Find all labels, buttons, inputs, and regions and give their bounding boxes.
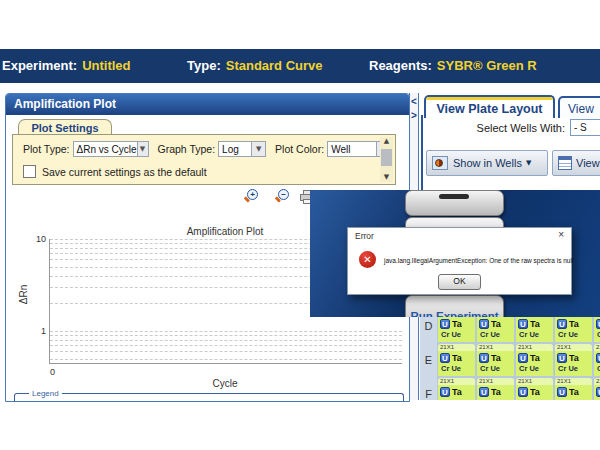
scroll-down-icon[interactable]: ▼ bbox=[380, 173, 393, 182]
collapse-left-icon[interactable]: < bbox=[410, 96, 418, 107]
well-target-line2: Cr Ue bbox=[594, 398, 600, 400]
well-target-line2: Cr Ue bbox=[477, 398, 514, 400]
chart-gridline bbox=[50, 345, 402, 346]
well-target-name: Ta bbox=[491, 319, 501, 329]
chart-gridline bbox=[50, 359, 402, 360]
well-sample-name: 21X1 bbox=[555, 344, 592, 351]
well-sample-name: 21X1 bbox=[438, 344, 475, 351]
chevron-down-icon[interactable]: ▼ bbox=[251, 142, 265, 156]
well-sample-name: 21X1 bbox=[477, 378, 514, 385]
plate-row-labels: DEF bbox=[420, 305, 437, 400]
well-sample-name: 21X1 bbox=[438, 378, 475, 385]
plate-layout-grid[interactable]: 21X1UTaCr Ue21X1UTaCr Ue21X1UTaCr Ue21X1… bbox=[437, 305, 600, 400]
collapse-right-icon[interactable]: > bbox=[410, 110, 418, 121]
task-unknown-icon: U bbox=[557, 319, 567, 329]
well-target-line2: Cr Ue bbox=[438, 364, 475, 373]
plate-well[interactable]: 21X1UTaCr Ue bbox=[438, 378, 475, 400]
run-experiment-button[interactable]: Run Experiment bbox=[405, 295, 504, 317]
plot-type-label: Plot Type: bbox=[23, 143, 70, 155]
table-icon bbox=[558, 156, 572, 170]
chart-gridline bbox=[50, 335, 402, 336]
plate-row-label: F bbox=[420, 388, 437, 400]
plate-well[interactable]: 21X1UTaCr Ue bbox=[555, 378, 592, 400]
ok-button[interactable]: OK bbox=[438, 274, 481, 290]
error-icon: ✕ bbox=[359, 251, 376, 268]
active-tab-accent bbox=[426, 97, 553, 100]
plate-row-label: E bbox=[420, 354, 437, 366]
legend-groupbox: Legend bbox=[14, 393, 404, 402]
task-unknown-icon: U bbox=[479, 319, 489, 329]
plate-well[interactable]: 21X1UTaCr Ue bbox=[438, 344, 475, 376]
show-in-wells-button[interactable]: Show in Wells ▼ bbox=[426, 150, 548, 176]
task-unknown-icon: U bbox=[479, 387, 489, 397]
save-default-label: Save current settings as the default bbox=[42, 166, 207, 178]
graph-type-label: Graph Type: bbox=[158, 143, 216, 155]
well-target-name: Ta bbox=[452, 319, 462, 329]
well-target-line2: Cr Ue bbox=[438, 398, 475, 400]
well-sample-name: 21X1 bbox=[555, 378, 592, 385]
error-dialog: Error × ✕ java.lang.IllegalArgumentExcep… bbox=[347, 227, 572, 295]
well-target-line2: Cr Ue bbox=[477, 330, 514, 339]
task-unknown-icon: U bbox=[596, 387, 600, 397]
legend-label: Legend bbox=[29, 389, 62, 398]
scroll-thumb[interactable] bbox=[381, 149, 392, 166]
well-target-line2: Cr Ue bbox=[555, 364, 592, 373]
dialog-title: Error bbox=[355, 231, 374, 241]
well-target-line2: Cr Ue bbox=[516, 330, 553, 339]
plate-well[interactable]: 21X1UTaCr Ue bbox=[516, 378, 553, 400]
app-window: Experiment:Untitled Type:Standard Curve … bbox=[0, 0, 600, 450]
select-wells-dropdown[interactable]: - S bbox=[570, 119, 600, 136]
plate-well[interactable]: 21X1UTaCr Ue bbox=[477, 344, 514, 376]
well-target-name: Ta bbox=[569, 387, 579, 397]
well-sample-name: 21X1 bbox=[516, 378, 553, 385]
zoom-in-button[interactable]: + bbox=[243, 189, 259, 205]
settings-scrollbar[interactable]: ▲ ▼ bbox=[380, 137, 393, 182]
well-target-name: Ta bbox=[569, 319, 579, 329]
chevron-down-icon[interactable]: ▼ bbox=[137, 142, 148, 156]
plate-well[interactable]: 21X1UTaCr Ue bbox=[516, 344, 553, 376]
well-sample-name: 21X1 bbox=[594, 344, 600, 351]
zoom-out-button[interactable]: − bbox=[274, 189, 290, 205]
plot-type-select[interactable]: ΔRn vs Cycle▼ bbox=[73, 141, 149, 157]
task-unknown-icon: U bbox=[518, 387, 528, 397]
task-unknown-icon: U bbox=[557, 353, 567, 363]
experiment-reagents: Reagents:SYBR® Green R bbox=[369, 58, 537, 73]
error-message: java.lang.IllegalArgumentException: One … bbox=[384, 257, 573, 264]
scroll-up-icon[interactable]: ▲ bbox=[380, 137, 393, 146]
graph-type-select[interactable]: Log▼ bbox=[218, 141, 266, 157]
tab-view-plate-layout[interactable]: View Plate Layout bbox=[424, 95, 555, 118]
plot-color-label: Plot Color: bbox=[275, 143, 324, 155]
chevron-down-icon: ▼ bbox=[526, 159, 531, 167]
well-sample-name: 21X1 bbox=[516, 344, 553, 351]
task-unknown-icon: U bbox=[479, 353, 489, 363]
well-sample-name: 21X1 bbox=[477, 344, 514, 351]
well-target-name: Ta bbox=[530, 387, 540, 397]
plate-row-label: D bbox=[420, 320, 437, 332]
run-button-top[interactable] bbox=[405, 190, 504, 216]
task-unknown-icon: U bbox=[596, 353, 600, 363]
well-target-name: Ta bbox=[530, 353, 540, 363]
chart-gridline bbox=[50, 351, 402, 352]
well-target-name: Ta bbox=[491, 387, 501, 397]
task-unknown-icon: U bbox=[557, 387, 567, 397]
plate-well[interactable]: 21X1UTaCr Ue bbox=[555, 344, 592, 376]
task-unknown-icon: U bbox=[518, 353, 528, 363]
plate-well[interactable]: 21X1UTaCr Ue bbox=[477, 378, 514, 400]
tab-view-well-table[interactable]: View bbox=[558, 96, 600, 118]
well-target-name: Ta bbox=[491, 353, 501, 363]
plate-well[interactable]: 21X1UTaCr Ue bbox=[594, 378, 600, 400]
well-target-line2: Cr Ue bbox=[516, 398, 553, 400]
well-target-name: Ta bbox=[569, 353, 579, 363]
close-icon[interactable]: × bbox=[558, 229, 564, 240]
well-target-line2: Cr Ue bbox=[516, 364, 553, 373]
well-target-line2: Cr Ue bbox=[594, 330, 600, 339]
task-unknown-icon: U bbox=[440, 353, 450, 363]
select-wells-label: Select Wells With: bbox=[430, 122, 565, 134]
save-default-checkbox[interactable] bbox=[23, 165, 36, 178]
plot-settings-box: Plot Type: ΔRn vs Cycle▼ Graph Type: Log… bbox=[12, 134, 396, 185]
plate-well[interactable]: 21X1UTaCr Ue bbox=[594, 344, 600, 376]
panel-title: Amplification Plot bbox=[6, 94, 409, 115]
chart-xtick-label: 0 bbox=[50, 367, 55, 377]
view-legend-button[interactable]: View L bbox=[552, 150, 600, 176]
well-target-line2: Cr Ue bbox=[555, 398, 592, 400]
